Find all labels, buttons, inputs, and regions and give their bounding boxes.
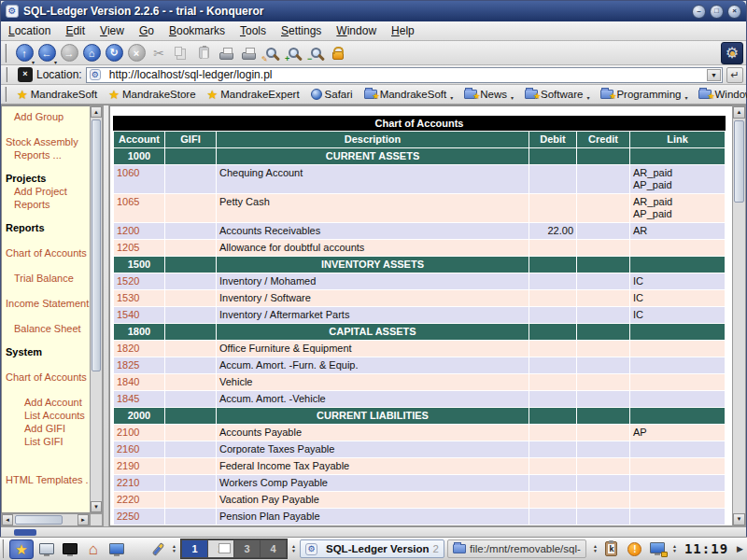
account-number-link[interactable]: 1065 — [114, 194, 164, 222]
account-number-link[interactable]: 1825 — [114, 357, 164, 373]
account-number-link[interactable]: 2100 — [114, 425, 164, 441]
column-header-debit[interactable]: Debit — [529, 132, 576, 147]
home-icon[interactable]: ⌂ — [80, 42, 103, 64]
screen-lock-icon[interactable] — [648, 539, 669, 559]
bookmark-mandrakestore[interactable]: ★MandrakeStore — [104, 86, 200, 103]
paint-app-icon[interactable] — [148, 539, 168, 559]
account-number-link[interactable]: 1820 — [114, 341, 164, 357]
scroll-left-icon[interactable]: ◄ — [2, 514, 13, 525]
applet-handle-icon[interactable]: ▲▼ — [592, 544, 599, 553]
zoom-in-icon[interactable]: + — [282, 42, 304, 64]
account-number-link[interactable]: 2160 — [114, 441, 164, 457]
home-icon[interactable]: ⌂ — [83, 539, 104, 559]
locationbar-grip[interactable] — [6, 67, 10, 82]
menu-edit[interactable]: Edit — [65, 24, 85, 37]
menu-location[interactable]: Location — [8, 24, 50, 37]
back-icon[interactable]: ←▾ — [35, 42, 58, 64]
sidebar-scroll-thumb[interactable] — [92, 119, 101, 371]
scroll-down-icon[interactable]: ▼ — [91, 501, 102, 512]
sidebar-horizontal-scrollbar[interactable]: ◄ ► — [1, 513, 90, 526]
sidebar-item-income-statement-9[interactable]: Income Statement — [2, 297, 90, 310]
bookmark-software[interactable]: ★Software▾ — [520, 86, 594, 103]
sidebar-item-add-account-13[interactable]: Add Account — [2, 396, 90, 409]
taskbar-button-file-mnt-removable-sql[interactable]: file:/mnt/removable/sql- — [447, 539, 586, 558]
terminal-icon[interactable] — [60, 539, 80, 559]
account-number-link[interactable]: 2210 — [114, 475, 164, 491]
sidebar-item-stock-assembly-1[interactable]: Stock Assembly — [2, 135, 90, 148]
applet-handle-icon[interactable]: ▲▼ — [671, 544, 678, 553]
zoom-out-icon[interactable]: − — [304, 42, 327, 64]
go-button[interactable]: ↵ — [726, 67, 743, 83]
applet-handle-icon[interactable]: ▲▼ — [290, 544, 297, 553]
sidebar-item-chart-of-accounts-12[interactable]: Chart of Accounts — [2, 371, 90, 384]
bookmarkbar-grip[interactable] — [5, 87, 7, 102]
menu-window[interactable]: Window — [336, 24, 376, 37]
account-number-link[interactable]: 1205 — [114, 240, 164, 256]
find-icon[interactable]: ✎ — [260, 42, 282, 64]
account-number-link[interactable]: 1840 — [114, 374, 164, 390]
column-header-credit[interactable]: Credit — [577, 132, 629, 147]
scroll-up-icon[interactable]: ▲ — [91, 106, 102, 118]
scroll-up-icon[interactable]: ▲ — [733, 106, 745, 119]
sidebar-item-add-project-4[interactable]: Add Project — [2, 185, 90, 198]
sidebar-hscroll-thumb[interactable] — [15, 515, 63, 525]
reload-icon[interactable]: ↻ — [103, 42, 125, 64]
scroll-down-icon[interactable]: ▼ — [733, 513, 745, 525]
panel-handle[interactable] — [2, 539, 7, 558]
show-desktop-icon[interactable] — [36, 539, 57, 559]
sidebar-item-reports-2[interactable]: Reports ... — [2, 148, 90, 161]
print-icon[interactable] — [215, 42, 237, 64]
up-icon[interactable]: ↑▾ — [13, 42, 35, 64]
location-dropdown-icon[interactable]: ▼ — [707, 69, 721, 81]
clear-location-icon[interactable]: × — [18, 67, 33, 82]
desktop-4-button[interactable]: 4 — [261, 540, 286, 557]
minimize-button[interactable]: – — [692, 5, 706, 19]
panel-clock[interactable]: 11:19 — [681, 541, 732, 556]
sidebar-item-list-accounts-14[interactable]: List Accounts — [2, 409, 90, 422]
sidebar-item-add-group-0[interactable]: Add Group — [2, 110, 90, 123]
sidebar-vertical-scrollbar[interactable]: ▲ ▼ — [90, 105, 103, 513]
bookmark-mandrakeexpert[interactable]: ★MandrakeExpert — [203, 86, 304, 103]
bookmark-programming[interactable]: ★Programming▾ — [596, 86, 692, 103]
toolbar-grip[interactable] — [5, 44, 9, 63]
desktop-settings-icon[interactable] — [106, 539, 127, 559]
bookmark-window-manager[interactable]: ★Window Manager▾ — [694, 86, 747, 103]
menu-view[interactable]: View — [100, 24, 124, 37]
print-frame-icon[interactable] — [237, 42, 260, 64]
desktop-1-button[interactable]: 1 — [182, 540, 207, 557]
taskbar-button-sql-ledger-version[interactable]: ⚙SQL-Ledger Version2 — [300, 539, 444, 558]
column-header-gifi[interactable]: GIFI — [165, 132, 216, 147]
close-button[interactable]: × — [727, 5, 741, 19]
sidebar-item-chart-of-accounts-7[interactable]: Chart of Accounts — [2, 246, 90, 259]
account-number-link[interactable]: 2250 — [114, 509, 164, 525]
sidebar-item-trial-balance-8[interactable]: Trial Balance — [2, 272, 90, 285]
account-number-link[interactable]: 1520 — [114, 273, 164, 289]
desktop-3-button[interactable]: 3 — [234, 540, 260, 557]
account-number-link[interactable]: 1060 — [114, 165, 164, 193]
account-number-link[interactable]: 1530 — [114, 290, 164, 306]
menu-tools[interactable]: Tools — [240, 24, 266, 37]
desktop-2-button[interactable]: 2 — [208, 540, 233, 557]
sidebar-item-reports-5[interactable]: Reports — [2, 198, 90, 211]
column-header-account[interactable]: Account — [114, 132, 164, 147]
menu-bookmarks[interactable]: Bookmarks — [169, 24, 225, 37]
bookmark-mandrakesoft[interactable]: ★MandrakeSoft▾ — [359, 86, 458, 103]
sidebar-item-add-gifi-15[interactable]: Add GIFI — [2, 422, 90, 435]
scroll-right-icon[interactable]: ► — [78, 514, 89, 525]
account-number-link[interactable]: 1540 — [114, 307, 164, 323]
sidebar-item-list-gifi-16[interactable]: List GIFI — [2, 435, 90, 448]
klipper-icon[interactable]: k — [601, 539, 622, 559]
location-field[interactable]: ⚙ http://localhost/sql-ledger/login.pl ▼ — [86, 67, 723, 83]
location-url[interactable]: http://localhost/sql-ledger/login.pl — [109, 68, 703, 81]
page-vertical-scrollbar[interactable]: ▲ ▼ — [732, 105, 746, 526]
menu-button[interactable]: ★ — [9, 539, 34, 559]
account-number-link[interactable]: 2190 — [114, 458, 164, 474]
applet-handle-icon[interactable]: ▲▼ — [171, 544, 177, 553]
account-number-link[interactable]: 1200 — [114, 223, 164, 239]
page-scroll-thumb[interactable] — [734, 120, 744, 203]
column-header-description[interactable]: Description — [217, 132, 529, 147]
menu-go[interactable]: Go — [139, 24, 154, 37]
menu-help[interactable]: Help — [391, 24, 415, 37]
title-bar[interactable]: ⚙ SQL-Ledger Version 2.2.6 - - trial - K… — [1, 1, 746, 21]
column-header-link[interactable]: Link — [630, 132, 725, 147]
